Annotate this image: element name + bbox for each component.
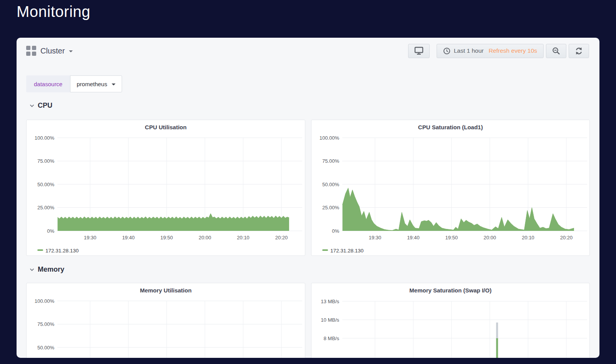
y-axis-tick-label: 13 MB/s bbox=[321, 299, 339, 304]
zoom-out-icon bbox=[552, 47, 560, 55]
panel-cpu-utilisation: CPU Utilisation 100.00%75.00%50.00%25.00… bbox=[26, 120, 305, 256]
y-axis-tick-label: 10 MB/s bbox=[321, 317, 339, 323]
caret-down-icon bbox=[69, 50, 73, 52]
x-axis-tick-label: 19:30 bbox=[84, 235, 97, 240]
dashboard-name: Cluster bbox=[40, 47, 65, 55]
variable-label: datasource bbox=[26, 75, 70, 92]
kiosk-mode-button[interactable] bbox=[408, 44, 430, 58]
x-axis-tick-label: 20:20 bbox=[275, 235, 288, 240]
panel-title[interactable]: CPU Saturation (Load1) bbox=[311, 124, 589, 130]
x-axis-tick-label: 19:30 bbox=[369, 235, 382, 240]
chevron-down-icon bbox=[29, 103, 35, 109]
zoom-out-button[interactable] bbox=[546, 44, 566, 58]
y-axis-tick-label: 50.00% bbox=[37, 182, 55, 187]
time-range-label: Last 1 hour bbox=[454, 47, 484, 54]
section-cpu-toggle[interactable]: CPU bbox=[29, 102, 52, 110]
dashboard-card: Cluster Last 1 hour Refresh every 10s bbox=[17, 38, 599, 358]
y-axis-tick-label: 8 MB/s bbox=[324, 336, 340, 341]
section-memory-title: Memory bbox=[38, 265, 64, 274]
x-axis-tick-label: 19:50 bbox=[445, 235, 458, 240]
y-axis-tick-label: 50.00% bbox=[322, 182, 340, 187]
y-axis-tick-label: 25.00% bbox=[322, 205, 340, 210]
y-axis-tick-label: 75.00% bbox=[37, 321, 55, 327]
legend-series-label[interactable]: 172.31.28.130 bbox=[330, 248, 363, 254]
refresh-icon bbox=[575, 47, 583, 55]
y-axis-tick-label: 0% bbox=[47, 228, 54, 234]
x-axis-tick-label: 20:10 bbox=[237, 235, 249, 240]
toolbar: Last 1 hour Refresh every 10s bbox=[408, 44, 589, 58]
memory-utilisation-chart[interactable]: 100.00%75.00%50.00% bbox=[27, 283, 306, 358]
panel-title[interactable]: CPU Utilisation bbox=[27, 124, 305, 130]
refresh-button[interactable] bbox=[569, 44, 589, 58]
x-axis-tick-label: 20:00 bbox=[484, 235, 496, 240]
x-axis-tick-label: 20:00 bbox=[199, 235, 211, 240]
y-axis-tick-label: 50.00% bbox=[37, 345, 55, 351]
legend-series-label[interactable]: 172.31.28.130 bbox=[45, 248, 79, 254]
y-axis-tick-label: 25.00% bbox=[37, 205, 55, 210]
y-axis-tick-label: 100.00% bbox=[35, 135, 55, 141]
memory-panels-row: Memory Utilisation 100.00%75.00%50.00% M… bbox=[26, 283, 590, 358]
datasource-selected-value: prometheus bbox=[77, 81, 107, 87]
refresh-interval-label: Refresh every 10s bbox=[489, 47, 537, 54]
section-cpu-title: CPU bbox=[38, 102, 52, 110]
y-axis-tick-label: 75.00% bbox=[322, 158, 340, 164]
cpu-utilisation-chart[interactable]: 100.00%75.00%50.00%25.00%0%19:3019:4019:… bbox=[27, 120, 306, 256]
panel-cpu-saturation: CPU Saturation (Load1) 100.00%75.00%50.0… bbox=[311, 120, 590, 256]
swap-io-spike-tip bbox=[496, 322, 498, 338]
caret-down-icon bbox=[112, 83, 116, 85]
y-axis-tick-label: 75.00% bbox=[37, 158, 55, 164]
chevron-down-icon bbox=[29, 267, 35, 272]
section-memory-toggle[interactable]: Memory bbox=[29, 265, 64, 274]
page-title: Monitoring bbox=[17, 3, 90, 20]
cpu-panels-row: CPU Utilisation 100.00%75.00%50.00%25.00… bbox=[26, 120, 590, 256]
y-axis-tick-label: 0% bbox=[332, 228, 339, 234]
legend-series-swatch bbox=[322, 249, 328, 251]
variable-row: datasource prometheus bbox=[26, 75, 122, 92]
panel-memory-saturation: Memory Saturation (Swap I/O) 13 MB/s10 M… bbox=[311, 283, 590, 358]
legend-series-swatch bbox=[37, 249, 43, 251]
x-axis-tick-label: 19:50 bbox=[161, 235, 173, 240]
panel-title[interactable]: Memory Utilisation bbox=[27, 287, 305, 294]
x-axis-tick-label: 20:20 bbox=[560, 235, 573, 240]
panel-memory-utilisation: Memory Utilisation 100.00%75.00%50.00% bbox=[26, 283, 305, 358]
datasource-select[interactable]: prometheus bbox=[70, 75, 122, 92]
time-range-button[interactable]: Last 1 hour Refresh every 10s bbox=[437, 44, 544, 58]
memory-saturation-chart[interactable]: 13 MB/s10 MB/s8 MB/s bbox=[311, 283, 590, 358]
dashboard-header: Cluster Last 1 hour Refresh every 10s bbox=[26, 43, 589, 58]
cpu-saturation-chart[interactable]: 100.00%75.00%50.00%25.00%0%19:3019:4019:… bbox=[311, 120, 590, 256]
x-axis-tick-label: 19:40 bbox=[122, 235, 135, 240]
monitor-icon bbox=[414, 47, 424, 55]
y-axis-tick-label: 100.00% bbox=[320, 135, 340, 141]
panel-title[interactable]: Memory Saturation (Swap I/O) bbox=[311, 287, 589, 294]
dashboard-switcher[interactable]: Cluster bbox=[26, 46, 73, 56]
x-axis-tick-label: 19:40 bbox=[407, 235, 420, 240]
y-axis-tick-label: 100.00% bbox=[35, 298, 55, 304]
swap-io-spike bbox=[496, 338, 498, 358]
dashboard-grid-icon bbox=[26, 46, 36, 56]
clock-icon bbox=[443, 47, 450, 55]
x-axis-tick-label: 20:10 bbox=[522, 235, 534, 240]
